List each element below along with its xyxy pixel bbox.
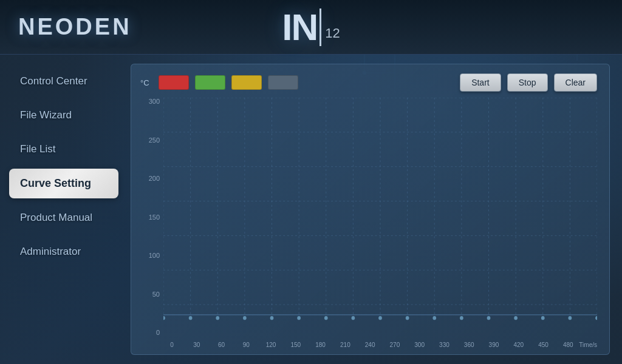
legend-green xyxy=(195,75,225,90)
main-layout: Control Center File Wizard File List Cur… xyxy=(0,55,622,364)
chart-container: °C Start Stop Clear 300 250 200 150 100 xyxy=(131,64,610,355)
clear-button[interactable]: Clear xyxy=(554,73,597,92)
sidebar-item-curve-setting[interactable]: Curve Setting xyxy=(9,169,118,198)
product-number: 12 xyxy=(325,25,340,41)
svg-point-55 xyxy=(352,316,355,320)
content-area: °C Start Stop Clear 300 250 200 150 100 xyxy=(128,55,622,364)
chart-grid-wrapper: 0 30 60 90 120 150 180 210 240 270 300 3… xyxy=(163,98,597,348)
svg-point-58 xyxy=(432,316,436,320)
header: NEODEN IN 12 xyxy=(0,0,622,55)
x-label-120: 120 xyxy=(262,342,279,348)
svg-point-49 xyxy=(189,316,193,320)
x-label-30: 30 xyxy=(188,342,205,348)
x-label-270: 270 xyxy=(386,342,403,348)
app-logo: NEODEN xyxy=(18,14,132,40)
y-axis: 300 250 200 150 100 50 0 xyxy=(140,98,163,348)
chart-area: 300 250 200 150 100 50 0 xyxy=(140,98,597,348)
chart-grid xyxy=(163,98,597,340)
grid-svg xyxy=(163,98,597,340)
x-axis: 0 30 60 90 120 150 180 210 240 270 300 3… xyxy=(163,342,597,348)
y-label-100: 100 xyxy=(149,252,160,259)
legend-yellow xyxy=(231,75,262,90)
svg-point-59 xyxy=(460,316,463,320)
stop-button[interactable]: Stop xyxy=(507,73,548,92)
svg-point-52 xyxy=(270,316,274,320)
x-label-420: 420 xyxy=(510,342,527,348)
time-unit-label: Time/s xyxy=(579,342,597,348)
legend-red xyxy=(159,75,189,90)
x-label-210: 210 xyxy=(337,342,354,348)
x-label-360: 360 xyxy=(460,342,477,348)
y-label-50: 50 xyxy=(152,291,160,298)
x-label-60: 60 xyxy=(213,342,230,348)
svg-point-51 xyxy=(243,316,247,320)
y-label-0: 0 xyxy=(156,329,160,336)
x-axis-labels: 0 30 60 90 120 150 180 210 240 270 300 3… xyxy=(163,342,576,348)
x-label-300: 300 xyxy=(411,342,428,348)
sidebar-item-file-wizard[interactable]: File Wizard xyxy=(9,101,118,130)
start-button[interactable]: Start xyxy=(460,73,501,92)
y-label-300: 300 xyxy=(149,98,160,105)
svg-point-54 xyxy=(324,316,328,320)
product-code: IN xyxy=(282,8,321,46)
celsius-label: °C xyxy=(140,78,149,87)
sidebar-item-control-center[interactable]: Control Center xyxy=(9,67,118,96)
x-label-90: 90 xyxy=(238,342,255,348)
x-label-390: 390 xyxy=(485,342,502,348)
svg-point-50 xyxy=(216,316,219,320)
x-label-450: 450 xyxy=(535,342,552,348)
sidebar-item-file-list[interactable]: File List xyxy=(9,135,118,164)
svg-point-60 xyxy=(487,316,491,320)
svg-point-62 xyxy=(541,316,545,320)
svg-point-56 xyxy=(378,316,382,320)
sidebar-item-administrator[interactable]: Administrator xyxy=(9,237,118,266)
chart-toolbar: °C Start Stop Clear xyxy=(140,73,597,92)
sidebar: Control Center File Wizard File List Cur… xyxy=(0,55,128,364)
y-label-250: 250 xyxy=(149,136,160,144)
svg-point-48 xyxy=(163,316,165,320)
svg-point-53 xyxy=(297,316,301,320)
x-label-480: 480 xyxy=(559,342,576,348)
sidebar-item-product-manual[interactable]: Product Manual xyxy=(9,203,118,232)
x-label-150: 150 xyxy=(287,342,304,348)
x-label-180: 180 xyxy=(312,342,329,348)
x-label-0: 0 xyxy=(163,342,180,348)
x-label-240: 240 xyxy=(361,342,378,348)
svg-point-63 xyxy=(569,316,572,320)
svg-point-64 xyxy=(595,316,597,320)
product-title: IN 12 xyxy=(282,8,340,46)
legend-gray xyxy=(268,75,298,90)
x-label-330: 330 xyxy=(436,342,453,348)
y-label-150: 150 xyxy=(149,214,160,221)
svg-point-57 xyxy=(406,316,409,320)
y-label-200: 200 xyxy=(149,175,160,182)
svg-point-61 xyxy=(514,316,518,320)
